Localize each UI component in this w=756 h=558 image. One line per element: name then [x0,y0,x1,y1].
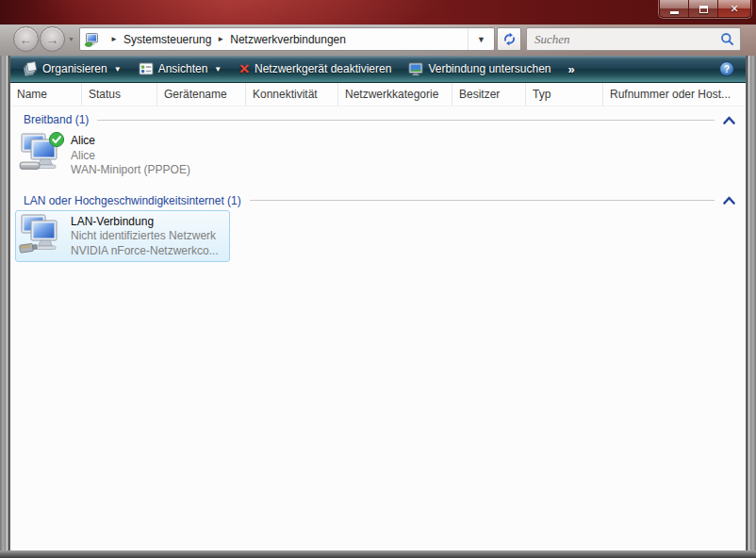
column-header-konnektivitaet[interactable]: Konnektivität [246,83,338,106]
chevron-down-icon: ▼ [114,65,122,74]
views-icon [139,61,154,76]
organize-label: Organisieren [42,62,107,75]
connection-network: Alice [71,149,190,164]
column-header-rufnummer[interactable]: Rufnummer oder Host... [603,83,746,106]
connection-item-alice[interactable]: Alice Alice WAN-Miniport (PPPOE) [15,129,230,182]
client-area: Organisieren ▼ Ansichten ▼ ✕ Netzwerkger… [10,56,746,550]
minimize-icon [670,11,679,14]
column-header-netzwerkkategorie[interactable]: Netzwerkkategorie [338,83,452,106]
group-header-lan[interactable]: LAN oder Hochgeschwindigkeitsinternet (1… [10,194,740,207]
window-border-bottom [0,550,756,558]
command-toolbar: Organisieren ▼ Ansichten ▼ ✕ Netzwerkger… [10,56,746,83]
breadcrumb-systemsteuerung[interactable]: Systemsteuerung [123,33,211,46]
help-button[interactable]: ? [719,61,734,76]
lan-connection-icon [19,213,64,256]
window-border-left [0,56,10,550]
collapse-chevron-icon[interactable] [723,116,735,124]
group-divider [97,120,715,121]
address-dropdown-button[interactable]: ▼ [468,28,494,50]
group-title[interactable]: Breitband (1) [24,113,89,126]
close-icon: ✕ [730,4,738,14]
toolbar-overflow-button[interactable]: » [560,57,583,80]
maximize-button[interactable] [689,0,718,18]
crumb-separator-icon: ► [217,35,224,43]
refresh-button[interactable] [497,27,521,51]
window-border-right [746,56,756,550]
maximize-icon [699,6,708,13]
breadcrumb-netzwerkverbindungen[interactable]: Netzwerkverbindungen [230,33,346,46]
network-connections-window: ✕ ← → ▼ ► Systemsteuerung ► Netzwerkverb… [0,0,756,558]
connection-item-lan-verbindung[interactable]: LAN-Verbindung Nicht identifiziertes Net… [15,210,230,263]
close-button[interactable]: ✕ [718,0,750,18]
search-icon[interactable] [720,32,734,46]
connection-name: Alice [71,134,190,149]
broadband-connection-icon [19,132,64,175]
column-header-besitzer[interactable]: Besitzer [452,83,526,106]
nav-buttons: ← → ▼ [13,26,74,52]
column-header-row: Name Status Gerätename Konnektivität Net… [10,83,746,107]
search-box [526,27,741,51]
organize-button[interactable]: Organisieren ▼ [14,57,130,80]
forward-button[interactable]: → [40,26,65,52]
column-header-typ[interactable]: Typ [526,83,603,106]
connection-network: Nicht identifiziertes Netzwerk [71,229,219,244]
window-controls: ✕ [659,0,751,18]
red-x-icon: ✕ [238,61,250,77]
refresh-icon [502,32,517,46]
address-bar[interactable]: ► Systemsteuerung ► Netzwerkverbindungen… [79,27,495,51]
diagnose-icon [408,61,423,76]
crumb-separator-icon: ► [110,35,118,43]
column-header-geraetename[interactable]: Gerätename [157,83,246,106]
diagnose-connection-button[interactable]: Verbindung untersuchen [400,57,559,80]
network-folder-icon [85,32,100,47]
organize-icon [23,61,38,76]
back-button[interactable]: ← [13,26,39,52]
views-button[interactable]: Ansichten ▼ [130,57,231,80]
minimize-button[interactable] [660,0,689,18]
search-input[interactable] [534,32,720,47]
connection-name: LAN-Verbindung [71,215,219,230]
recent-pages-dropdown[interactable]: ▼ [68,36,74,42]
chevron-down-icon: ▼ [214,65,222,74]
group-header-breitband[interactable]: Breitband (1) [10,113,740,126]
back-icon: ← [20,33,33,46]
column-header-name[interactable]: Name [10,83,82,106]
column-header-status[interactable]: Status [82,83,157,106]
forward-icon: → [46,33,59,46]
connection-device: WAN-Miniport (PPPOE) [71,163,190,178]
connection-device: NVIDIA nForce-Netzwerkco... [71,244,219,259]
group-divider [250,200,715,201]
disable-network-device-button[interactable]: ✕ Netzwerkgerät deaktivieren [230,57,400,80]
connections-list: Breitband (1) [10,107,746,550]
diagnose-label: Verbindung untersuchen [428,62,551,75]
collapse-chevron-icon[interactable] [723,196,735,205]
title-bar[interactable] [0,0,756,25]
connection-item-text: Alice Alice WAN-Miniport (PPPOE) [71,132,190,178]
connection-item-text: LAN-Verbindung Nicht identifiziertes Net… [71,213,219,259]
views-label: Ansichten [158,62,208,75]
group-title[interactable]: LAN oder Hochgeschwindigkeitsinternet (1… [24,194,241,207]
disable-device-label: Netzwerkgerät deaktivieren [255,62,391,75]
